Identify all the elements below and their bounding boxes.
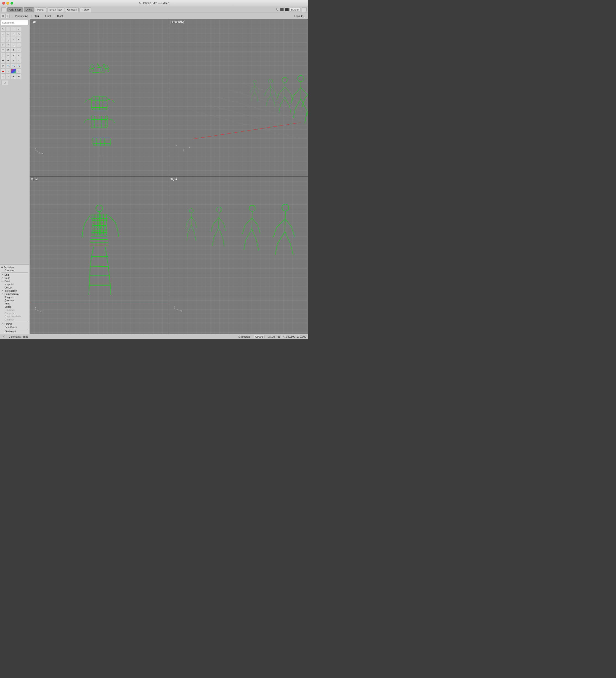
viewport-right[interactable]: Right [169,177,308,334]
sweep-tool[interactable]: ⌒ [16,42,21,47]
snap-near[interactable]: ✓ Near [1,276,28,279]
front-viewport-canvas: z x [30,177,168,334]
svg-line-90 [305,113,307,123]
tab-right[interactable]: Right [55,14,65,18]
loft-tool[interactable]: ⋃ [11,42,16,47]
revolve-tool[interactable]: ↻ [6,42,11,47]
snap-intersection[interactable]: ✓ Intersection [1,289,28,292]
snap-onsurface[interactable]: On surface [1,311,28,315]
snap-onpolysurface[interactable]: On polysurface [1,315,28,318]
title-bar: ✎ Untitled.3dm — Edited [0,0,308,6]
light-tool[interactable]: ○ [6,69,11,74]
smarttrack-button[interactable]: SmartTrack [47,7,64,12]
settings-button[interactable] [302,7,307,12]
snap-tangent[interactable]: Tangent [1,296,28,299]
history-button[interactable]: History [79,7,91,12]
snap-center[interactable]: Center [1,286,28,289]
svg-line-153 [191,225,195,233]
snap-persistent[interactable]: Persistent [1,266,28,269]
minimize-button[interactable] [6,2,9,5]
zoom-window[interactable]: 🔍 [16,63,21,68]
viewport-perspective[interactable]: Perspective [169,19,308,177]
viewport-front[interactable]: Front [30,177,169,334]
layout-grid-icon[interactable]: ⊞ [1,14,5,18]
status-bar: ☰ Command: _Hide Millimeters CPlane X: 1… [0,334,308,339]
viewport-top[interactable]: Top [30,19,169,177]
zoom-extents[interactable]: ⊙ [0,63,5,68]
snap-midpoint[interactable]: Midpoint [1,283,28,286]
render-tool[interactable]: 🚗 [0,69,5,74]
tab-top[interactable]: Top [32,14,41,18]
snap-smarttrack[interactable]: SmartTrack [1,326,28,329]
maximize-button[interactable] [10,2,13,5]
snap-tool[interactable]: ⊞ [11,53,16,58]
snap-end[interactable]: ✓ End [1,273,28,276]
move-tool[interactable]: ✥ [0,58,5,63]
svg-line-70 [279,105,280,113]
scale-tool[interactable]: ⊕ [11,58,16,63]
osnap-tool[interactable]: ⌐ [16,53,21,58]
text-tool[interactable]: T [0,47,5,52]
arc-tool[interactable]: ◜ [0,37,5,42]
snap-knot[interactable]: Knot [1,302,28,305]
svg-line-176 [285,211,285,232]
ellipse-tool[interactable]: ⊙ [6,32,11,37]
command-input[interactable] [1,20,29,25]
gumball-button[interactable]: Gumball [65,7,79,12]
default-label[interactable]: Default [290,8,301,11]
svg-line-115 [85,216,90,223]
svg-line-167 [245,218,252,225]
planar-button[interactable]: Planar [35,7,46,12]
snap-point[interactable]: ✓ Point [1,279,28,283]
snap-project[interactable]: ✓ Project [1,322,28,326]
ortho-button[interactable]: Ortho [24,7,34,12]
layer-tool[interactable]: ⬚ [0,53,5,58]
snap-onmesh[interactable]: On mesh [1,318,28,321]
cplane-tool[interactable]: ○ [6,74,11,79]
rotate-tool[interactable]: ⟳ [6,58,11,63]
block-tool[interactable]: ⌐ [16,47,21,52]
material-tool[interactable] [11,69,16,74]
polygon-tool[interactable]: ⬡ [16,32,21,37]
svg-point-73 [298,75,304,82]
mirror-tool[interactable]: ⌐ [16,58,21,63]
view-tool[interactable]: ◕ [11,74,16,79]
snap-oncurve[interactable]: On curve [1,308,28,311]
fillet-tool[interactable]: ◟ [6,37,11,42]
snap-perpendicular[interactable]: ✓ Perpendicular [1,292,28,296]
hatch-tool[interactable]: ⊞ [11,47,16,52]
status-cplane[interactable]: CPlane [254,335,265,338]
snap-oneshot[interactable]: One shot [1,269,28,272]
curve-tool[interactable]: ⌒ [11,27,16,32]
camera-tool[interactable]: ⌐ [16,69,21,74]
svg-line-80 [294,109,295,118]
snap-disable-all[interactable]: Disable all [1,330,28,333]
curve2-tool[interactable]: ⌣ [16,27,21,32]
select-tool[interactable]: ↖ [0,27,5,32]
svg-point-175 [282,204,289,211]
circle-tool[interactable]: ○ [0,32,5,37]
tab-perspective[interactable]: Perspective [13,14,31,18]
layouts-button[interactable]: Layouts... [293,14,307,18]
close-button[interactable] [2,2,5,5]
point-tool[interactable]: · [6,27,11,32]
offset-tool[interactable]: ⌐ [11,37,16,42]
sidebar-toggle-button[interactable] [1,7,6,12]
layout-single-icon[interactable]: □ [5,14,10,18]
grid-snap-button[interactable]: Grid Snap [7,7,23,12]
cplane-axis-tool[interactable]: ⊡ [1,80,8,85]
extrude-tool[interactable]: ⬆ [0,42,5,47]
world-axes[interactable]: ○ [0,74,5,79]
rect-tool[interactable]: □ [11,32,16,37]
svg-line-65 [279,87,285,93]
svg-text:z: z [174,306,175,308]
tab-front[interactable]: Front [43,14,53,18]
zoom-out[interactable]: 🔍 [11,63,16,68]
grid-tool[interactable]: ⊹ [6,53,11,58]
dim-tool[interactable]: ⊡ [6,47,11,52]
snap-vertex[interactable]: Vertex [1,305,28,308]
display-tool[interactable]: ◈ [16,74,21,79]
zoom-in[interactable]: 🔍 [6,63,11,68]
trim-tool[interactable]: ✂ [16,37,21,42]
snap-quadrant[interactable]: Quadrant [1,299,28,302]
